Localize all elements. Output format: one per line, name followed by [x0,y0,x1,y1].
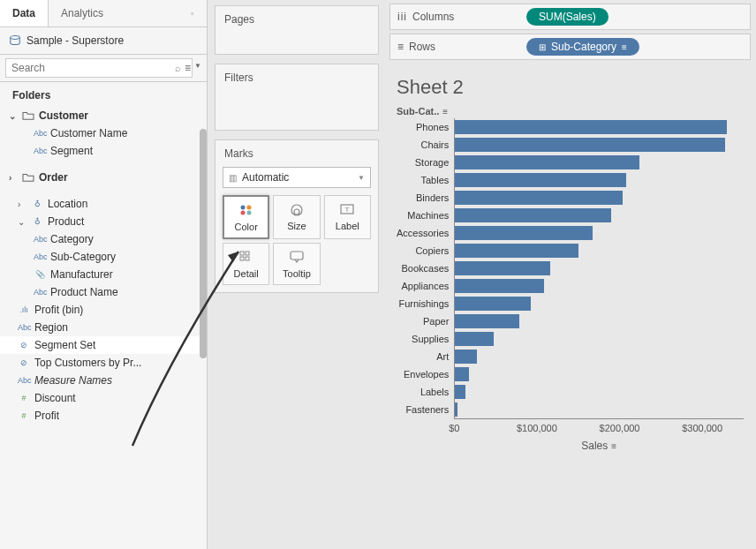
sheet-title[interactable]: Sheet 2 [384,67,756,102]
bar-row[interactable] [455,312,744,330]
bar-row[interactable] [455,224,744,242]
bar[interactable] [455,244,578,258]
bar-row[interactable] [455,242,744,259]
field-location[interactable]: ›♁Location [0,195,207,213]
chart-area: Sub-Cat..≡ PhonesChairsStorageTablesBind… [384,102,756,549]
bar-row[interactable] [455,136,744,154]
y-tick-label: Art [397,348,449,365]
bar-row[interactable] [455,348,744,365]
search-input[interactable] [5,58,193,78]
folder-customer[interactable]: ⌄ Customer [0,107,207,124]
sort-icon: ≡ [442,107,448,117]
x-axis-label[interactable]: Sales≡ [454,440,744,452]
bar[interactable] [455,297,531,311]
field-measure-names[interactable]: AbcMeasure Names [0,372,207,389]
folder-product[interactable]: ⌄♁Product [0,213,207,230]
field-segment[interactable]: AbcSegment [0,142,207,160]
columns-pill[interactable]: SUM(Sales) [526,8,609,26]
bar[interactable] [455,120,727,134]
svg-rect-13 [291,252,303,259]
field-manufacturer[interactable]: 📎Manufacturer [0,266,207,283]
bar[interactable] [455,208,610,222]
tab-data[interactable]: Data [0,0,49,26]
svg-rect-12 [246,257,249,260]
datasource-row[interactable]: Sample - Superstore [0,27,207,54]
folder-icon [22,172,34,183]
rows-shelf[interactable]: ≡Rows ⊞Sub-Category≡ [389,34,751,60]
bar[interactable] [455,191,622,205]
marks-tooltip[interactable]: Tooltip [273,243,320,285]
bar[interactable] [455,173,625,187]
bar-row[interactable] [455,259,744,277]
bar-row[interactable] [455,383,744,401]
bar-row[interactable] [455,277,744,295]
filters-header: Filters [215,64,378,91]
marks-color[interactable]: Color [223,195,269,239]
search-icon[interactable]: ⌕ [175,63,181,73]
x-axis[interactable]: $0$100,000$200,000$300,000 [454,418,744,436]
sort-icon: ≡ [611,441,616,451]
bar[interactable] [455,279,544,293]
field-sub-category[interactable]: AbcSub-Category [0,248,207,266]
bar[interactable] [455,385,465,399]
datasource-icon [9,34,21,47]
label-icon: T [339,201,355,217]
field-customer-name[interactable]: AbcCustomer Name [0,124,207,142]
bar-row[interactable] [455,118,744,136]
field-region[interactable]: AbcRegion [0,319,207,336]
svg-point-1 [240,206,245,210]
columns-shelf[interactable]: iiiColumns SUM(Sales) [389,4,751,30]
scrollbar[interactable] [200,129,207,358]
search-row: ⌕ ≡ ▼ [0,54,207,82]
view-list-icon[interactable]: ≡ [185,62,191,74]
bar[interactable] [455,402,457,417]
y-tick-label: Bookcases [397,259,449,277]
y-tick-label: Storage [397,154,449,171]
bar-row[interactable] [455,401,744,418]
filters-card[interactable]: Filters [215,64,379,131]
chart-y-header[interactable]: Sub-Cat..≡ [397,106,744,117]
tab-analytics[interactable]: Analytics ◦ [49,0,207,26]
svg-rect-9 [240,252,244,255]
field-top-customers[interactable]: ⊘Top Customers by Pr... [0,354,207,372]
field-profit-bin[interactable]: .ılıProfit (bin) [0,301,207,319]
field-category[interactable]: AbcCategory [0,230,207,248]
abc-icon: Abc [34,129,46,138]
y-tick-label: Labels [397,383,449,401]
y-tick-label: Machines [397,207,449,224]
bar-row[interactable] [455,189,744,207]
bar-row[interactable] [455,207,744,224]
bar[interactable] [455,155,639,169]
marks-detail[interactable]: Detail [223,243,269,285]
marks-label[interactable]: T Label [324,195,371,239]
bar[interactable] [455,314,519,328]
abc-icon: Abc [18,376,30,385]
field-discount[interactable]: #Discount [0,389,207,407]
dropdown-icon[interactable]: ▼ [194,62,201,74]
pages-card[interactable]: Pages [215,5,379,55]
svg-point-0 [11,36,20,40]
folder-order[interactable]: › Order [0,169,207,186]
marks-size[interactable]: Size [273,195,320,239]
bar-row[interactable] [455,365,744,383]
bar-row[interactable] [455,295,744,312]
bar[interactable] [455,261,549,275]
bar-row[interactable] [455,171,744,189]
bar-row[interactable] [455,330,744,348]
bar[interactable] [455,350,477,364]
bar[interactable] [455,332,494,346]
field-profit[interactable]: #Profit [0,407,207,425]
field-label: Measure Names [34,374,112,387]
field-segment-set[interactable]: ⊘Segment Set [0,336,207,354]
field-product-name[interactable]: AbcProduct Name [0,283,207,301]
rows-pill[interactable]: ⊞Sub-Category≡ [526,38,639,56]
bar-row[interactable] [455,154,744,171]
y-tick-label: Supplies [397,330,449,348]
number-icon: # [18,394,30,402]
chart-bars[interactable] [454,118,744,418]
bar[interactable] [455,138,725,152]
bar[interactable] [455,367,469,381]
mark-type-select[interactable]: ▥Automatic ▼ [223,167,371,188]
y-tick-label: Phones [397,118,449,136]
bar[interactable] [455,226,593,240]
